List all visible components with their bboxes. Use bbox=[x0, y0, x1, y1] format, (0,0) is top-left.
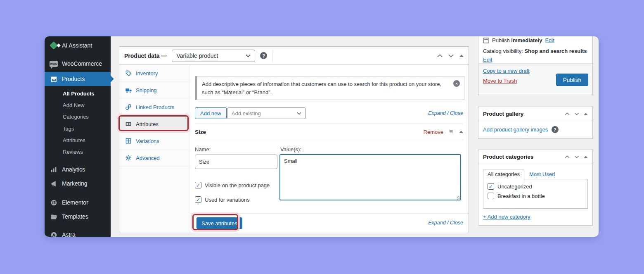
drag-handle-icon[interactable]: ≡ bbox=[449, 128, 453, 136]
sidebar-item-templates[interactable]: Templates bbox=[45, 210, 111, 223]
sidebar-label: Templates bbox=[62, 213, 88, 220]
product-data-panel: Product data — Variable product ? Invent… bbox=[119, 46, 469, 233]
variations-checkbox-row[interactable]: ✓ Used for variations bbox=[195, 196, 249, 203]
publish-metabox: Publish immediately Edit Catalog visibil… bbox=[478, 36, 593, 95]
gear-icon bbox=[125, 155, 132, 162]
expand-close-link-top[interactable]: Expand / Close bbox=[428, 110, 463, 116]
product-categories-metabox: Product categories All categories Most U… bbox=[478, 150, 593, 226]
add-existing-attribute-select[interactable]: Add existing bbox=[227, 107, 306, 119]
remove-attribute-link[interactable]: Remove bbox=[424, 129, 443, 135]
analytics-icon bbox=[50, 165, 58, 174]
variations-checkbox[interactable]: ✓ bbox=[195, 196, 201, 203]
edit-publish-date-link[interactable]: Edit bbox=[545, 37, 554, 43]
attribute-title: Size bbox=[195, 129, 206, 135]
expand-close-link-bottom[interactable]: Expand / Close bbox=[428, 220, 463, 226]
toggle-panel-icon[interactable] bbox=[459, 55, 464, 57]
category-item-breakfast[interactable]: ✓ Breakfast in a bottle bbox=[488, 193, 583, 199]
move-up-icon[interactable] bbox=[437, 54, 443, 57]
sidebar-item-reviews[interactable]: Reviews bbox=[45, 146, 111, 157]
variations-icon bbox=[125, 138, 132, 145]
elementor-icon bbox=[50, 198, 58, 207]
attributes-icon bbox=[125, 121, 132, 128]
chevron-down-icon bbox=[297, 112, 301, 115]
catalog-visibility-value: Shop and search results bbox=[524, 48, 587, 54]
name-field-label: Name: bbox=[195, 146, 211, 152]
shipping-icon bbox=[125, 87, 132, 94]
toggle-box-icon[interactable] bbox=[584, 156, 588, 158]
sidebar-item-analytics[interactable]: Analytics bbox=[45, 163, 111, 176]
attribute-values-textarea[interactable]: Small bbox=[279, 154, 461, 200]
move-up-icon[interactable] bbox=[565, 155, 570, 158]
visible-checkbox[interactable]: ✓ bbox=[195, 182, 201, 188]
product-gallery-metabox: Product gallery Add product gallery imag… bbox=[478, 107, 593, 139]
edit-catalog-visibility-link[interactable]: Edit bbox=[483, 57, 492, 63]
wordpress-admin-window: AI Assistant WOO WooCommerce Products Al… bbox=[45, 36, 599, 237]
sidebar-item-astra[interactable]: Astra bbox=[45, 228, 111, 237]
tab-advanced[interactable]: Advanced bbox=[119, 150, 190, 167]
astra-icon bbox=[50, 231, 58, 237]
sidebar-item-woocommerce[interactable]: WOO WooCommerce bbox=[45, 57, 111, 70]
tab-inventory[interactable]: Inventory bbox=[119, 65, 190, 82]
calendar-icon bbox=[483, 38, 489, 43]
sidebar-item-add-new[interactable]: Add New bbox=[45, 99, 111, 111]
product-type-select[interactable]: Variable product bbox=[172, 50, 255, 62]
tab-most-used[interactable]: Most Used bbox=[524, 169, 560, 179]
tab-linked-products[interactable]: Linked Products bbox=[119, 99, 190, 116]
publish-immediately-row: Publish immediately Edit bbox=[478, 36, 592, 46]
copy-to-draft-link[interactable]: Copy to a new draft bbox=[483, 68, 530, 74]
uncategorized-checkbox[interactable]: ✓ bbox=[488, 183, 494, 190]
sidebar-label: AI Assistant bbox=[62, 42, 92, 49]
gallery-title: Product gallery bbox=[483, 111, 523, 117]
sidebar-item-marketing[interactable]: Marketing bbox=[45, 177, 111, 190]
attribute-row-header[interactable]: Size Remove ≡ bbox=[195, 124, 463, 140]
marketing-icon bbox=[50, 179, 58, 188]
active-menu-arrow bbox=[110, 75, 114, 83]
category-item-uncategorized[interactable]: ✓ Uncategorized bbox=[488, 183, 583, 190]
add-new-attribute-button[interactable]: Add new bbox=[195, 107, 227, 119]
sidebar-item-attributes[interactable]: Attributes bbox=[45, 134, 111, 146]
product-data-title: Product data — bbox=[124, 52, 167, 59]
tab-variations[interactable]: Variations bbox=[119, 133, 190, 150]
templates-icon bbox=[50, 212, 58, 221]
product-data-header: Product data — Variable product ? bbox=[119, 47, 469, 65]
header-divider bbox=[272, 50, 272, 62]
move-down-icon[interactable] bbox=[448, 54, 454, 57]
sidebar-item-products[interactable]: Products bbox=[45, 72, 111, 86]
product-type-help-icon[interactable]: ? bbox=[260, 52, 267, 59]
save-attributes-button[interactable]: Save attributes bbox=[197, 217, 242, 229]
categories-title: Product categories bbox=[483, 154, 533, 160]
woocommerce-icon: WOO bbox=[50, 60, 58, 68]
sidebar-item-ai-assistant[interactable]: AI Assistant bbox=[45, 39, 111, 52]
move-down-icon[interactable] bbox=[574, 112, 579, 115]
move-to-trash-link[interactable]: Move to Trash bbox=[483, 78, 517, 84]
collapse-attribute-icon[interactable] bbox=[459, 131, 463, 133]
dismiss-notice-icon[interactable]: × bbox=[453, 80, 460, 87]
sidebar-label: Elementor bbox=[62, 199, 88, 206]
tab-shipping[interactable]: Shipping bbox=[119, 82, 190, 99]
sidebar-item-all-products[interactable]: All Products bbox=[45, 88, 111, 99]
attribute-name-input[interactable] bbox=[195, 155, 277, 169]
sidebar-label: Astra bbox=[62, 231, 76, 237]
move-up-icon[interactable] bbox=[565, 112, 570, 115]
move-down-icon[interactable] bbox=[574, 155, 579, 158]
add-gallery-images-link[interactable]: Add product gallery images bbox=[483, 126, 548, 133]
add-new-category-link[interactable]: + Add new category bbox=[483, 214, 530, 220]
sidebar-item-tags[interactable]: Tags bbox=[45, 123, 111, 134]
link-icon bbox=[125, 104, 132, 111]
sidebar-label: WooCommerce bbox=[62, 60, 102, 67]
ai-assistant-icon bbox=[50, 41, 58, 50]
inventory-icon bbox=[125, 70, 132, 77]
tab-all-categories[interactable]: All categories bbox=[483, 169, 524, 179]
sidebar-item-categories[interactable]: Categories bbox=[45, 111, 111, 122]
toggle-box-icon[interactable] bbox=[584, 113, 588, 115]
values-field-label: Value(s): bbox=[280, 146, 301, 152]
tab-attributes[interactable]: Attributes bbox=[119, 116, 190, 133]
category-tabs: All categories Most Used bbox=[483, 168, 588, 179]
sidebar-item-elementor[interactable]: Elementor bbox=[45, 196, 111, 209]
gallery-help-icon[interactable]: ? bbox=[552, 126, 559, 133]
sidebar-label: Analytics bbox=[62, 166, 85, 173]
sidebar-label: Marketing bbox=[62, 180, 87, 187]
publish-button[interactable]: Publish bbox=[556, 74, 588, 86]
visible-checkbox-row[interactable]: ✓ Visible on the product page bbox=[195, 182, 270, 188]
breakfast-checkbox[interactable]: ✓ bbox=[488, 193, 494, 199]
